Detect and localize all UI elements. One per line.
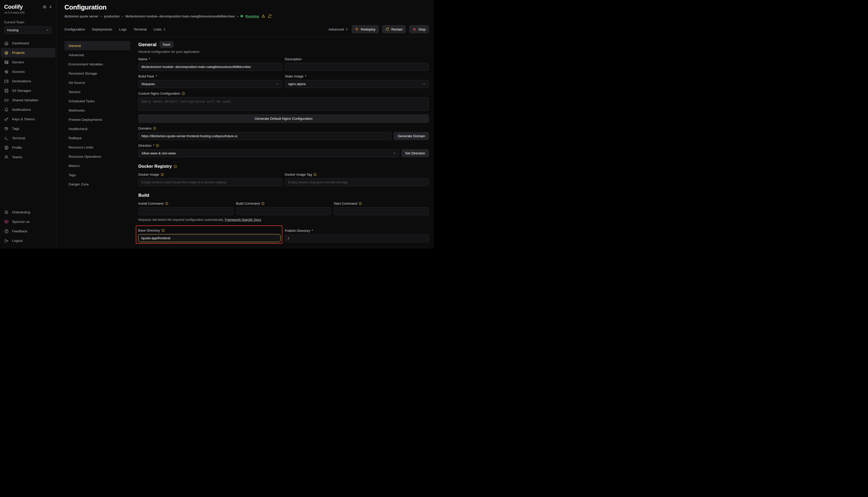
domains-input[interactable] (138, 132, 391, 140)
chevron-down-icon (46, 28, 49, 32)
sidebar-item-keys-tokens[interactable]: Keys & Tokens (1, 114, 55, 124)
sidebar-item-feedback[interactable]: Feedback (1, 226, 55, 236)
sun-icon[interactable] (43, 5, 47, 9)
configuration-content: General Advanced Environment Variables P… (65, 41, 429, 248)
static-image-select[interactable]: nginx:alpine (285, 80, 429, 88)
subnav-item-general[interactable]: General (65, 41, 130, 50)
restart-button[interactable]: Restart (382, 25, 406, 33)
subnav-item-git-source[interactable]: Git Source (65, 78, 130, 87)
generate-domain-button[interactable]: Generate Domain (394, 132, 429, 140)
team-select[interactable]: Hosting (4, 26, 52, 34)
tabbar: Configuration Deployments Logs Terminal … (65, 25, 429, 33)
sidebar-item-s3-storages[interactable]: S3 Storages (1, 86, 55, 95)
custom-nginx-textarea[interactable] (138, 97, 429, 111)
framework-docs-link[interactable]: Framework Specific Docs (225, 218, 261, 222)
domains-label: Domains (138, 126, 429, 130)
sidebar: Coolify v4.0.0-beta.399 Current Team Hos… (0, 0, 56, 248)
main-content: Configuration illicitonion quote server … (56, 0, 434, 248)
subnav-item-tags[interactable]: Tags (65, 170, 130, 180)
save-button[interactable]: Save (160, 41, 174, 48)
sidebar-item-onboarding[interactable]: Onboarding (1, 208, 55, 217)
tab-links-label: Links (153, 27, 162, 31)
start-command-input[interactable] (334, 207, 429, 215)
tab-terminal[interactable]: Terminal (134, 27, 147, 31)
warning-icon[interactable] (261, 14, 265, 18)
build-command-label: Build Command (236, 202, 331, 205)
sidebar-item-logout[interactable]: Logout (1, 236, 55, 245)
sidebar-item-teams[interactable]: Teams (1, 152, 55, 162)
build-pack-select[interactable]: Nixpacks (138, 80, 282, 88)
sidebar-item-destinations[interactable]: Destinations (1, 76, 55, 86)
subnav-item-preview-deployments[interactable]: Preview Deployments (65, 115, 130, 124)
base-directory-input[interactable] (138, 234, 280, 242)
sidebar-item-label: Onboarding (12, 210, 30, 214)
tab-configuration[interactable]: Configuration (65, 27, 85, 31)
status-badge[interactable]: Running (245, 14, 259, 18)
docker-image-tag-input[interactable] (285, 178, 429, 186)
sidebar-item-label: Feedback (12, 229, 27, 233)
subnav-item-metrics[interactable]: Metrics (65, 161, 130, 170)
subnav-item-rollback[interactable]: Rollback (65, 133, 130, 143)
sidebar-item-label: Projects (12, 51, 25, 55)
publish-directory-input[interactable] (285, 235, 429, 242)
subnav-item-environment-variables[interactable]: Environment Variables (65, 59, 130, 69)
tab-deployments[interactable]: Deployments (92, 27, 112, 31)
set-direction-button[interactable]: Set Direction (401, 149, 429, 157)
subnav-item-healthcheck[interactable]: Healthcheck (65, 124, 130, 133)
subnav-item-advanced[interactable]: Advanced (65, 50, 130, 59)
name-input[interactable] (138, 63, 282, 71)
docker-image-input[interactable] (138, 178, 282, 186)
section-heading-docker-registry: Docker Registry (138, 164, 429, 169)
sidebar-item-tags[interactable]: Tags (1, 124, 55, 133)
stop-button[interactable]: Stop (409, 25, 429, 33)
breadcrumb-resource[interactable]: illicitestonion/-module--decomposition:m… (125, 14, 235, 18)
install-command-input[interactable] (138, 207, 234, 215)
help-circle-icon (4, 229, 9, 233)
subnav-item-resource-operations[interactable]: Resource Operations (65, 152, 130, 161)
description-input[interactable] (285, 63, 429, 71)
sidebar-item-servers[interactable]: Servers (1, 57, 55, 67)
section-heading-general: General (138, 42, 156, 47)
sidebar-item-dashboard[interactable]: Dashboard (1, 39, 55, 48)
sidebar-item-terminal[interactable]: Terminal (1, 133, 55, 143)
users-icon (4, 155, 9, 159)
refresh-icon[interactable] (268, 14, 272, 18)
direction-value: Allow www & non-www. (141, 151, 176, 155)
selector-icon[interactable] (49, 5, 52, 9)
required-asterisk: * (153, 144, 154, 147)
advanced-menu[interactable]: Advanced (329, 27, 348, 31)
sidebar-item-sources[interactable]: Sources (1, 67, 55, 76)
sidebar-item-label: Tags (12, 127, 19, 130)
tab-logs[interactable]: Logs (119, 27, 126, 31)
sidebar-item-shared-variables[interactable]: Shared Variables (1, 95, 55, 105)
subnav-item-danger-zone[interactable]: Danger Zone (65, 180, 130, 189)
subnav-item-scheduled-tasks[interactable]: Scheduled Tasks (65, 96, 130, 106)
sidebar-item-label: Shared Variables (12, 98, 39, 102)
required-asterisk: * (149, 57, 150, 61)
sidebar-item-notifications[interactable]: Notifications (1, 105, 55, 114)
sidebar-item-sponsor-us[interactable]: Sponsor us (1, 217, 55, 226)
build-command-input[interactable] (236, 207, 331, 215)
subnav-item-persistent-storage[interactable]: Persistent Storage (65, 69, 130, 78)
coolify-app: Coolify v4.0.0-beta.399 Current Team Hos… (0, 0, 434, 248)
required-asterisk: * (155, 74, 157, 78)
info-icon (174, 165, 177, 168)
subnav-item-webhooks[interactable]: Webhooks (65, 106, 130, 115)
sidebar-item-label: Sponsor us (12, 220, 29, 224)
subnav-item-resource-limits[interactable]: Resource Limits (65, 143, 130, 152)
sidebar-item-profile[interactable]: Profile (1, 143, 55, 152)
settings-subnav: General Advanced Environment Variables P… (65, 41, 130, 248)
sidebar-item-projects[interactable]: Projects (1, 48, 55, 57)
redeploy-button[interactable]: Redeploy (352, 25, 379, 33)
breadcrumb-project[interactable]: illicitonion quote server (65, 14, 98, 18)
tab-links[interactable]: Links (153, 27, 166, 31)
generate-nginx-button[interactable]: Generate Default Nginx Configuration (138, 114, 429, 123)
stop-label: Stop (418, 27, 426, 31)
subnav-item-servers[interactable]: Servers (65, 87, 130, 96)
nixpacks-note: Nixpacks will detect the required config… (138, 218, 429, 222)
direction-select[interactable]: Allow www & non-www. (138, 149, 399, 157)
sidebar-item-label: Dashboard (12, 41, 29, 45)
restart-icon (385, 27, 389, 31)
breadcrumb-environment[interactable]: production (104, 14, 120, 18)
breadcrumb-separator: › (101, 14, 102, 18)
